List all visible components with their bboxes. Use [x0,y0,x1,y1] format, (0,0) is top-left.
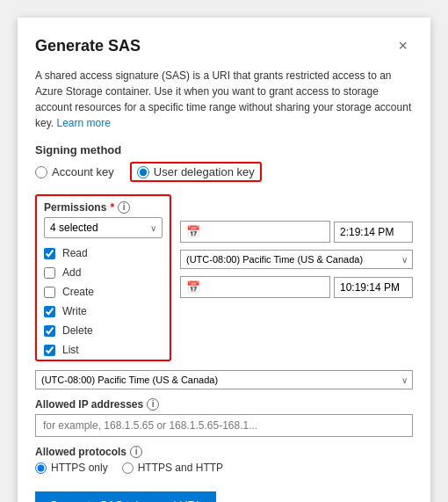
protocols-row: HTTPS only HTTPS and HTTP [35,462,413,474]
right-panel: 📅 (UTC-08:00) Pacific Time (US & Canada)… [180,194,413,361]
perm-create[interactable]: Create [37,282,170,302]
description-text: A shared access signature (SAS) is a URI… [35,68,413,131]
perm-list[interactable]: List [37,340,170,360]
bottom-timezone-select[interactable]: (UTC-08:00) Pacific Time (US & Canada) [35,370,413,389]
user-delegation-key-label: User delegation key [154,165,255,178]
expiry-date-input[interactable]: 📅 [180,276,330,298]
generate-sas-dialog: Generate SAS × A shared access signature… [18,18,430,502]
dropdown-chevron-icon: ∨ [150,223,156,233]
dialog-header: Generate SAS × [35,35,413,57]
perm-add[interactable]: Add [37,263,170,282]
learn-more-link[interactable]: Learn more [56,117,110,129]
allowed-protocols-label: Allowed protocols i [35,446,413,458]
start-calendar-icon[interactable]: 📅 [186,225,200,238]
start-datetime-row: 📅 [180,221,413,243]
dialog-title: Generate SAS [35,37,141,55]
perm-write[interactable]: Write [37,302,170,321]
allowed-ip-input[interactable] [35,414,413,437]
start-date-input[interactable]: 📅 [180,221,330,243]
signing-method-label: Signing method [35,143,413,156]
timezone-wrapper: (UTC-08:00) Pacific Time (US & Canada) [180,250,413,269]
permissions-info-icon: i [118,201,130,214]
permissions-label: Permissions * i [37,196,170,217]
perm-add-checkbox[interactable] [44,267,55,279]
signing-method-group: Account key User delegation key [35,162,413,182]
https-and-http-option[interactable]: HTTPS and HTTP [122,462,223,474]
perm-read-checkbox[interactable] [44,248,55,259]
expiry-calendar-icon[interactable]: 📅 [186,280,200,294]
allowed-protocols-section: Allowed protocols i HTTPS only HTTPS and… [35,446,413,474]
account-key-option[interactable]: Account key [35,165,114,178]
perm-write-checkbox[interactable] [44,306,55,317]
allowed-ip-section: Allowed IP addresses i [35,398,413,437]
account-key-radio[interactable] [35,166,47,178]
user-delegation-key-option[interactable]: User delegation key [130,162,262,182]
https-only-option[interactable]: HTTPS only [35,462,108,474]
https-and-http-radio[interactable] [122,462,134,474]
perm-delete[interactable]: Delete [37,321,170,340]
user-delegation-key-radio[interactable] [137,166,149,178]
account-key-label: Account key [52,165,114,178]
expiry-timezone-row: (UTC-08:00) Pacific Time (US & Canada) [180,250,413,269]
perm-read[interactable]: Read [37,244,170,263]
close-button[interactable]: × [393,35,413,57]
perm-list-checkbox[interactable] [44,345,55,356]
main-content: Permissions * i 4 selected ∨ Read Add Cr… [35,194,413,361]
allowed-protocols-info-icon: i [130,446,142,458]
perm-create-checkbox[interactable] [44,287,55,298]
https-only-radio[interactable] [35,462,47,474]
bottom-timezone-wrapper: (UTC-08:00) Pacific Time (US & Canada) [35,370,413,389]
allowed-ip-label: Allowed IP addresses i [35,398,413,411]
generate-sas-button[interactable]: Generate SAS token and URL [35,491,216,502]
perm-delete-checkbox[interactable] [44,325,55,337]
permissions-panel: Permissions * i 4 selected ∨ Read Add Cr… [35,194,171,361]
start-time-input[interactable] [334,222,413,243]
bottom-timezone-row: (UTC-08:00) Pacific Time (US & Canada) [35,370,413,389]
allowed-ip-info-icon: i [147,398,159,411]
permissions-dropdown[interactable]: 4 selected ∨ [44,217,163,238]
expiry-time-input[interactable] [334,277,413,298]
timezone-select[interactable]: (UTC-08:00) Pacific Time (US & Canada) [180,250,413,269]
expiry-datetime-row: 📅 [180,276,413,298]
